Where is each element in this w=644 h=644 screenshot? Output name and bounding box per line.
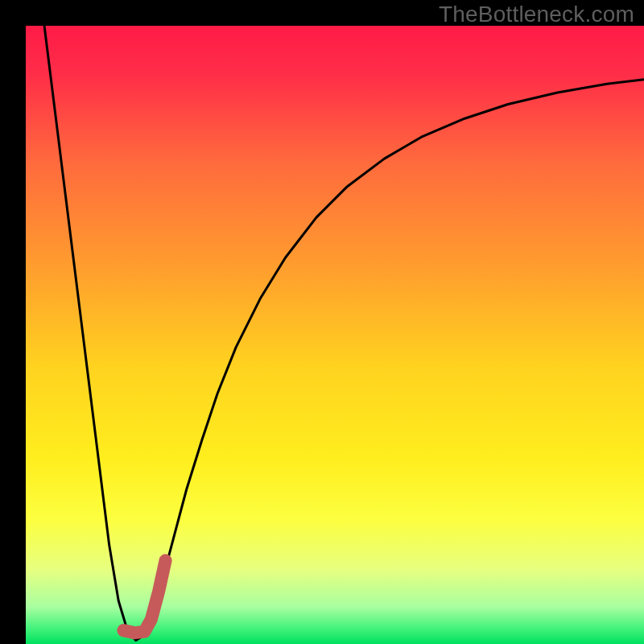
watermark-label: TheBottleneck.com [439,2,634,27]
plot-background [26,26,644,644]
bottleneck-chart [0,0,644,644]
chart-frame: TheBottleneck.com [0,0,644,644]
